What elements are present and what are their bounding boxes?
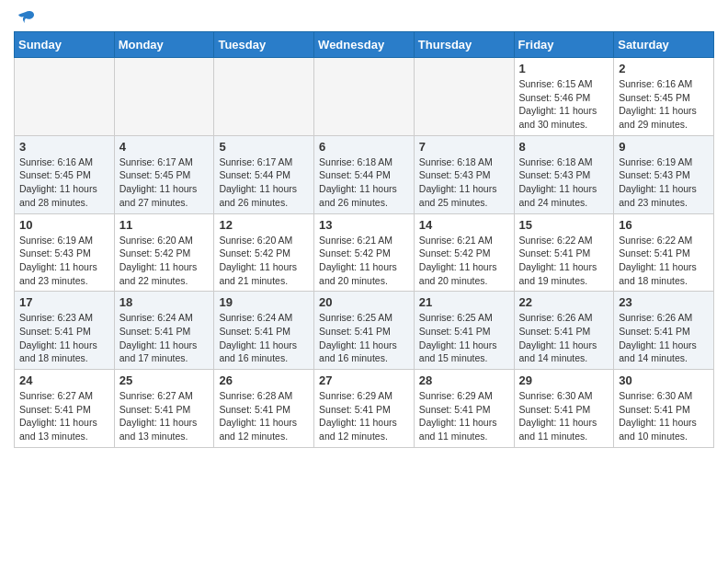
page-container: SundayMondayTuesdayWednesdayThursdayFrid… <box>0 0 728 457</box>
calendar-cell: 1Sunrise: 6:15 AMSunset: 5:46 PMDaylight… <box>514 58 614 136</box>
calendar-cell: 3Sunrise: 6:16 AMSunset: 5:45 PMDaylight… <box>15 135 115 213</box>
day-number: 2 <box>619 62 709 75</box>
header <box>14 9 714 24</box>
calendar-cell: 25Sunrise: 6:27 AMSunset: 5:41 PMDayligh… <box>114 370 214 448</box>
day-info: Sunrise: 6:21 AMSunset: 5:42 PMDaylight:… <box>319 234 409 288</box>
calendar-cell <box>15 58 115 136</box>
day-info: Sunrise: 6:24 AMSunset: 5:41 PMDaylight:… <box>119 311 210 365</box>
day-number: 4 <box>119 140 210 154</box>
day-number: 18 <box>119 295 210 309</box>
logo <box>14 9 36 24</box>
calendar-week-row: 17Sunrise: 6:23 AMSunset: 5:41 PMDayligh… <box>15 292 714 370</box>
calendar-cell <box>314 58 415 136</box>
day-number: 16 <box>619 218 709 232</box>
day-info: Sunrise: 6:29 AMSunset: 5:41 PMDaylight:… <box>419 389 509 443</box>
day-number: 7 <box>419 140 509 154</box>
day-info: Sunrise: 6:19 AMSunset: 5:43 PMDaylight:… <box>19 234 109 288</box>
calendar-cell: 14Sunrise: 6:21 AMSunset: 5:42 PMDayligh… <box>414 213 514 292</box>
day-number: 10 <box>19 218 109 232</box>
day-info: Sunrise: 6:27 AMSunset: 5:41 PMDaylight:… <box>19 389 109 443</box>
calendar-cell: 10Sunrise: 6:19 AMSunset: 5:43 PMDayligh… <box>15 213 115 292</box>
day-number: 24 <box>19 373 109 387</box>
day-info: Sunrise: 6:15 AMSunset: 5:46 PMDaylight:… <box>519 77 609 132</box>
calendar-cell <box>114 58 214 136</box>
calendar-cell: 29Sunrise: 6:30 AMSunset: 5:41 PMDayligh… <box>514 370 614 448</box>
calendar-cell: 20Sunrise: 6:25 AMSunset: 5:41 PMDayligh… <box>314 292 415 370</box>
day-info: Sunrise: 6:17 AMSunset: 5:45 PMDaylight:… <box>119 155 210 210</box>
day-number: 8 <box>519 140 609 154</box>
day-info: Sunrise: 6:20 AMSunset: 5:42 PMDaylight:… <box>219 234 309 288</box>
calendar-week-row: 24Sunrise: 6:27 AMSunset: 5:41 PMDayligh… <box>15 370 714 448</box>
day-info: Sunrise: 6:24 AMSunset: 5:41 PMDaylight:… <box>219 311 309 365</box>
day-number: 22 <box>519 295 609 309</box>
day-number: 26 <box>219 373 309 387</box>
day-info: Sunrise: 6:22 AMSunset: 5:41 PMDaylight:… <box>619 234 709 288</box>
day-info: Sunrise: 6:20 AMSunset: 5:42 PMDaylight:… <box>119 234 210 288</box>
day-info: Sunrise: 6:16 AMSunset: 5:45 PMDaylight:… <box>619 77 709 132</box>
weekday-header-monday: Monday <box>114 32 214 58</box>
day-info: Sunrise: 6:18 AMSunset: 5:44 PMDaylight:… <box>319 155 409 210</box>
day-info: Sunrise: 6:17 AMSunset: 5:44 PMDaylight:… <box>219 155 309 210</box>
day-number: 20 <box>319 295 409 309</box>
calendar-week-row: 3Sunrise: 6:16 AMSunset: 5:45 PMDaylight… <box>15 135 714 213</box>
day-number: 17 <box>19 295 109 309</box>
weekday-header-tuesday: Tuesday <box>214 32 314 58</box>
day-number: 28 <box>419 373 509 387</box>
day-number: 3 <box>19 140 109 154</box>
day-number: 19 <box>219 295 309 309</box>
weekday-header-sunday: Sunday <box>15 32 115 58</box>
weekday-header-wednesday: Wednesday <box>314 32 415 58</box>
day-number: 15 <box>519 218 609 232</box>
calendar-cell: 4Sunrise: 6:17 AMSunset: 5:45 PMDaylight… <box>114 135 214 213</box>
weekday-header-thursday: Thursday <box>414 32 514 58</box>
calendar-cell: 22Sunrise: 6:26 AMSunset: 5:41 PMDayligh… <box>514 292 614 370</box>
day-number: 21 <box>419 295 509 309</box>
calendar-cell: 9Sunrise: 6:19 AMSunset: 5:43 PMDaylight… <box>614 135 714 213</box>
day-info: Sunrise: 6:30 AMSunset: 5:41 PMDaylight:… <box>519 389 609 443</box>
calendar-table: SundayMondayTuesdayWednesdayThursdayFrid… <box>14 31 714 448</box>
calendar-cell: 18Sunrise: 6:24 AMSunset: 5:41 PMDayligh… <box>114 292 214 370</box>
day-info: Sunrise: 6:25 AMSunset: 5:41 PMDaylight:… <box>319 311 409 365</box>
weekday-header-friday: Friday <box>514 32 614 58</box>
calendar-cell: 5Sunrise: 6:17 AMSunset: 5:44 PMDaylight… <box>214 135 314 213</box>
calendar-week-row: 10Sunrise: 6:19 AMSunset: 5:43 PMDayligh… <box>15 213 714 292</box>
calendar-cell: 27Sunrise: 6:29 AMSunset: 5:41 PMDayligh… <box>314 370 415 448</box>
day-info: Sunrise: 6:21 AMSunset: 5:42 PMDaylight:… <box>419 234 509 288</box>
day-info: Sunrise: 6:23 AMSunset: 5:41 PMDaylight:… <box>19 311 109 365</box>
calendar-cell: 8Sunrise: 6:18 AMSunset: 5:43 PMDaylight… <box>514 135 614 213</box>
calendar-cell: 26Sunrise: 6:28 AMSunset: 5:41 PMDayligh… <box>214 370 314 448</box>
day-info: Sunrise: 6:26 AMSunset: 5:41 PMDaylight:… <box>619 311 709 365</box>
calendar-cell: 21Sunrise: 6:25 AMSunset: 5:41 PMDayligh… <box>414 292 514 370</box>
day-info: Sunrise: 6:28 AMSunset: 5:41 PMDaylight:… <box>219 389 309 443</box>
day-number: 9 <box>619 140 709 154</box>
calendar-cell <box>214 58 314 136</box>
day-number: 25 <box>119 373 210 387</box>
calendar-cell: 7Sunrise: 6:18 AMSunset: 5:43 PMDaylight… <box>414 135 514 213</box>
calendar-cell: 16Sunrise: 6:22 AMSunset: 5:41 PMDayligh… <box>614 213 714 292</box>
day-number: 29 <box>519 373 609 387</box>
calendar-cell: 17Sunrise: 6:23 AMSunset: 5:41 PMDayligh… <box>15 292 115 370</box>
calendar-week-row: 1Sunrise: 6:15 AMSunset: 5:46 PMDaylight… <box>15 58 714 136</box>
day-info: Sunrise: 6:18 AMSunset: 5:43 PMDaylight:… <box>519 155 609 210</box>
day-number: 13 <box>319 218 409 232</box>
day-info: Sunrise: 6:30 AMSunset: 5:41 PMDaylight:… <box>619 389 709 443</box>
day-number: 30 <box>619 373 709 387</box>
day-number: 11 <box>119 218 210 232</box>
day-number: 6 <box>319 140 409 154</box>
calendar-cell: 24Sunrise: 6:27 AMSunset: 5:41 PMDayligh… <box>15 370 115 448</box>
calendar-cell: 30Sunrise: 6:30 AMSunset: 5:41 PMDayligh… <box>614 370 714 448</box>
calendar-cell <box>414 58 514 136</box>
day-number: 12 <box>219 218 309 232</box>
calendar-cell: 28Sunrise: 6:29 AMSunset: 5:41 PMDayligh… <box>414 370 514 448</box>
logo-bird-icon <box>16 9 36 28</box>
calendar-cell: 19Sunrise: 6:24 AMSunset: 5:41 PMDayligh… <box>214 292 314 370</box>
day-info: Sunrise: 6:29 AMSunset: 5:41 PMDaylight:… <box>319 389 409 443</box>
day-info: Sunrise: 6:26 AMSunset: 5:41 PMDaylight:… <box>519 311 609 365</box>
day-number: 14 <box>419 218 509 232</box>
calendar-cell: 15Sunrise: 6:22 AMSunset: 5:41 PMDayligh… <box>514 213 614 292</box>
day-number: 1 <box>519 62 609 75</box>
weekday-header-saturday: Saturday <box>614 32 714 58</box>
day-number: 27 <box>319 373 409 387</box>
calendar-cell: 6Sunrise: 6:18 AMSunset: 5:44 PMDaylight… <box>314 135 415 213</box>
day-info: Sunrise: 6:19 AMSunset: 5:43 PMDaylight:… <box>619 155 709 210</box>
